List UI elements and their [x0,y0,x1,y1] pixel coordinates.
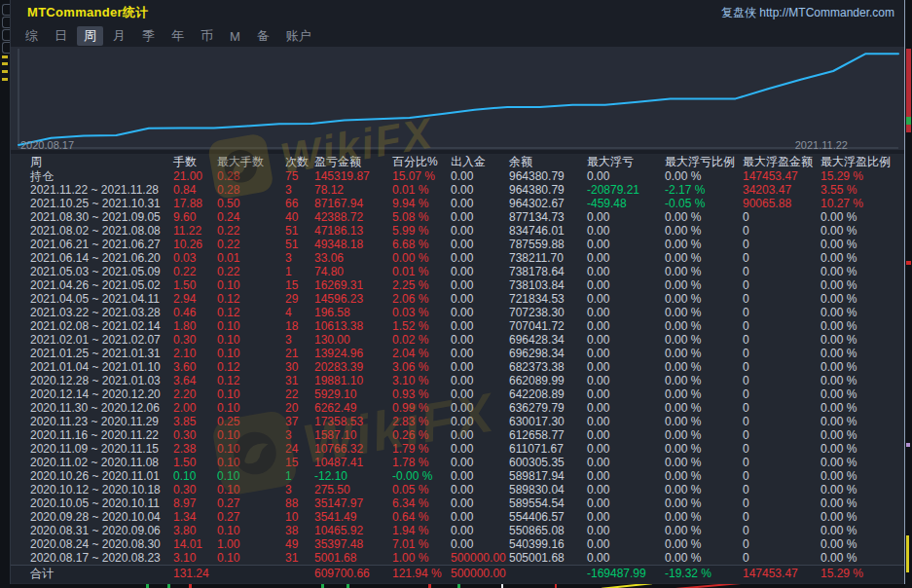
table-row-cell: 2021.06.14 ~ 2021.06.20 [30,251,173,265]
table-row-cell: 87167.94 [314,197,392,210]
table-row-cell: 66 [285,197,314,210]
table-row-cell: 6262.49 [314,401,392,415]
table-row[interactable]: 2021.06.21 ~ 2021.06.2710.260.225149348.… [11,238,904,251]
table-header-row-cell: 盈亏金额 [314,154,392,169]
equity-line [18,54,898,145]
table-row-cell: 550865.08 [509,524,587,537]
table-row-cell: 0 [743,537,821,551]
table-row-cell: 0.00 [451,537,509,551]
table-row-cell: 0.00 % [821,401,904,415]
table-row[interactable]: 2021.05.03 ~ 2021.05.090.220.22174.800.0… [11,265,904,278]
table-row[interactable]: 2021.02.08 ~ 2021.02.141.800.101810613.3… [11,319,904,333]
menu-item-日[interactable]: 日 [48,26,74,46]
table-row[interactable]: 2021.01.04 ~ 2021.01.103.600.123020283.3… [11,360,904,374]
table-row-cell: 0.00 [451,183,509,197]
table-row-cell: 88 [285,496,314,510]
table-row-cell: 0.00 [587,238,665,251]
table-row[interactable]: 2021.08.30 ~ 2021.09.059.600.244042388.7… [11,210,904,224]
table-row-cell: 0.00 [587,496,665,510]
table-row[interactable]: 2020.08.31 ~ 2020.09.063.800.103810465.9… [11,524,904,537]
table-row[interactable]: 2020.10.26 ~ 2020.11.010.100.101-12.10-0… [11,469,904,483]
table-row[interactable]: 2020.09.28 ~ 2020.10.041.340.27103541.49… [11,510,904,524]
menu-item-综[interactable]: 综 [18,26,45,46]
table-row-cell: 0.00 % [821,224,904,238]
table-row-cell: 2.00 [173,401,217,415]
table-row[interactable]: 2020.10.05 ~ 2020.10.118.970.278835147.9… [11,496,904,510]
table-row-cell: 1.52 % [392,319,451,333]
table-row[interactable]: 2021.03.22 ~ 2021.03.280.460.124196.580.… [11,306,904,319]
table-row-cell: 0.00 % [665,169,743,183]
table-row-cell: 0.00 [587,265,665,278]
table-row[interactable]: 2020.11.16 ~ 2020.11.220.300.1031587.100… [11,428,904,442]
table-row[interactable]: 2020.12.14 ~ 2020.12.202.200.10225929.10… [11,387,904,401]
table-row-cell: 0.10 [217,456,285,469]
table-row-cell: 0.03 % [392,306,451,319]
table-row-cell: 0.00 % [665,387,743,401]
table-row[interactable]: 2021.10.25 ~ 2021.10.3117.880.506687167.… [11,197,904,210]
table-row-cell: 0.00 % [665,238,743,251]
table-row[interactable]: 2021.11.22 ~ 2021.11.280.840.28378.120.0… [11,183,904,197]
table-row-cell: 3.85 [173,415,217,428]
table-row-cell: 0.12 [217,374,285,387]
background-window-right-edge [905,0,912,588]
table-row[interactable]: 2021.08.02 ~ 2021.08.0811.220.225147186.… [11,224,904,238]
table-row-cell: 0.00 % [665,333,743,347]
table-row-cell: 0.00 % [821,469,904,483]
table-row-cell: 612658.77 [509,428,587,442]
table-row-cell: 877134.73 [509,210,587,224]
table-row-cell: 721834.53 [509,292,587,306]
table-row-cell: 10 [285,510,314,524]
table-row-cell: 0.05 % [392,483,451,496]
menu-item-M[interactable]: M [223,28,247,45]
table-row-cell: 22 [285,387,314,401]
table-row-cell: 31 [285,374,314,387]
brand-link[interactable]: 复盘侠 http://MTCommander.com [721,5,894,21]
table-row[interactable]: 2020.08.17 ~ 2020.08.233.100.10315001.68… [11,551,904,565]
table-row-cell: 14596.23 [314,292,392,306]
table-row-cell: 2020.11.30 ~ 2020.12.06 [30,401,173,415]
table-row-cell: 0.27 [217,510,285,524]
menu-item-月[interactable]: 月 [106,26,132,46]
table-row-cell: 630017.30 [509,415,587,428]
table-row[interactable]: 2020.11.09 ~ 2020.11.152.380.102410766.3… [11,442,904,456]
table-row-cell: 6.68 % [392,238,451,251]
table-row-cell: 0.00 % [821,510,904,524]
table-row-cell: 0.00 [587,510,665,524]
table-row-cell: 3.60 [173,360,217,374]
table-row[interactable]: 2020.11.30 ~ 2020.12.062.000.10206262.49… [11,401,904,415]
table-row[interactable]: 2021.01.25 ~ 2021.01.312.100.102113924.9… [11,347,904,360]
table-row-cell: 0.00 [451,333,509,347]
table-row-cell: 589817.94 [509,469,587,483]
table-row-cell: 0 [743,524,821,537]
table-row[interactable]: 2020.11.23 ~ 2020.11.293.850.253717358.5… [11,415,904,428]
table-row-cell: 14.01 [173,537,217,551]
menu-item-币[interactable]: 币 [194,26,220,46]
table-row-cell: 2.04 % [392,347,451,360]
table-row[interactable]: 持仓21.000.2875145319.8715.07 %0.00964380.… [11,169,904,183]
table-row[interactable]: 2020.11.02 ~ 2020.11.081.500.101510487.4… [11,456,904,469]
table-row[interactable]: 2021.04.26 ~ 2021.05.021.500.101516269.3… [11,278,904,292]
table-row-cell: 0.00 [451,197,509,210]
table-header-row-cell: 出入金 [451,154,509,169]
table-row-cell: 16269.31 [314,278,392,292]
table-row-cell: 0 [743,401,821,415]
background-candles-fragment [189,584,192,588]
background-window-left-edge [0,0,10,588]
table-row[interactable]: 2020.10.12 ~ 2020.10.180.300.103275.500.… [11,483,904,496]
table-row-cell: 90065.88 [743,197,821,210]
menu-item-年[interactable]: 年 [164,26,191,46]
menu-item-备[interactable]: 备 [250,26,276,46]
menu-item-季[interactable]: 季 [135,26,162,46]
table-row[interactable]: 2020.12.28 ~ 2021.01.033.640.123119881.1… [11,374,904,387]
table-row[interactable]: 2021.06.14 ~ 2021.06.200.030.01333.060.0… [11,251,904,265]
table-row[interactable]: 2021.02.01 ~ 2021.02.070.300.103130.000.… [11,333,904,347]
table-row-cell: 0.00 [587,319,665,333]
table-row-cell: 38 [285,524,314,537]
table-row-cell: 3.80 [173,524,217,537]
table-row[interactable]: 2021.04.05 ~ 2021.04.112.940.122914596.2… [11,292,904,306]
menu-item-账户[interactable]: 账户 [279,26,318,46]
table-row[interactable]: 2020.08.24 ~ 2020.08.3014.011.004935397.… [11,537,904,551]
table-row-cell: 0.22 [217,224,285,238]
table-row-cell: 589554.54 [509,496,587,510]
menu-item-周[interactable]: 周 [77,26,103,46]
